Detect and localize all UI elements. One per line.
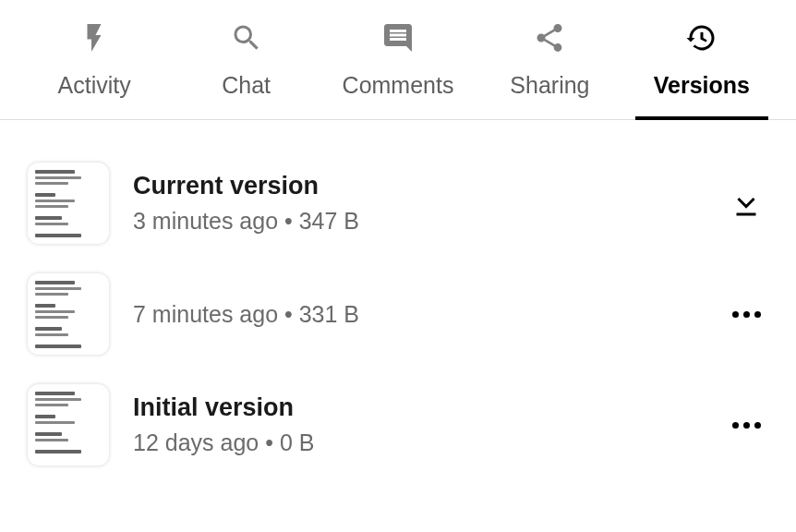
more-button[interactable]: [724, 292, 768, 336]
version-meta: 7 minutes ago • 331 B: [133, 301, 700, 328]
tab-label: Comments: [343, 72, 454, 99]
more-icon: [732, 311, 761, 318]
tab-activity[interactable]: Activity: [18, 0, 170, 119]
version-info: Initial version 12 days ago • 0 B: [133, 393, 700, 456]
more-button[interactable]: [724, 403, 768, 447]
version-info: Current version 3 minutes ago • 347 B: [133, 172, 700, 235]
version-title: Initial version: [133, 393, 700, 422]
tab-chat[interactable]: Chat: [170, 0, 321, 119]
history-icon: [684, 20, 719, 55]
tabs-bar: Activity Chat Comments Sharing Versions: [0, 0, 796, 120]
tab-label: Chat: [222, 72, 271, 99]
share-icon: [532, 20, 567, 55]
tab-label: Activity: [58, 72, 131, 99]
tab-sharing[interactable]: Sharing: [474, 0, 625, 119]
version-thumbnail: [28, 163, 109, 244]
version-row[interactable]: Current version 3 minutes ago • 347 B: [28, 148, 768, 259]
tab-comments[interactable]: Comments: [322, 0, 474, 119]
bolt-icon: [77, 20, 112, 55]
download-button[interactable]: [724, 181, 768, 225]
version-info: 7 minutes ago • 331 B: [133, 301, 700, 328]
version-meta: 12 days ago • 0 B: [133, 429, 700, 456]
download-icon: [730, 187, 763, 220]
version-title: Current version: [133, 172, 700, 200]
version-row[interactable]: Initial version 12 days ago • 0 B: [28, 369, 768, 480]
version-thumbnail: [28, 384, 109, 466]
comment-icon: [380, 20, 416, 55]
versions-list: Current version 3 minutes ago • 347 B: [0, 120, 796, 490]
version-meta: 3 minutes ago • 347 B: [133, 208, 700, 235]
version-row[interactable]: 7 minutes ago • 331 B: [28, 259, 768, 369]
more-icon: [732, 422, 761, 429]
tab-label: Versions: [654, 72, 750, 99]
search-icon: [229, 20, 264, 55]
version-thumbnail: [28, 273, 109, 355]
tab-label: Sharing: [510, 72, 589, 99]
tab-versions[interactable]: Versions: [626, 0, 778, 119]
